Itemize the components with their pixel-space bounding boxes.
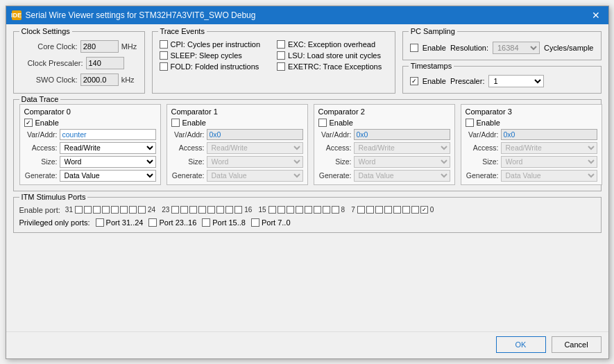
trace-exc: EXC: Exception overhead [277,40,388,49]
comp-0-access-select[interactable]: Read/Write [60,142,156,154]
comp-3-size-select[interactable]: Word [501,156,597,168]
port-25-cb[interactable] [129,206,137,214]
port-26-cb[interactable] [120,206,128,214]
port-6-cb[interactable] [366,206,374,214]
port-18-cb[interactable] [216,206,224,214]
comp-3-varaddr-input[interactable] [501,129,597,140]
port-15-cb[interactable] [268,206,276,214]
port-10-cb[interactable] [314,206,321,214]
port-2-cb[interactable] [402,206,410,214]
port-13-cb[interactable] [287,206,294,214]
swo-clock-input[interactable] [80,73,119,86]
ts-enable-checkbox[interactable] [410,77,418,85]
comp-2-enable-label: Enable [330,119,353,127]
trace-lsu: LSU: Load store unit cycles [277,51,388,60]
ts-enable-label: Enable [423,77,446,85]
port-17-cb[interactable] [225,206,233,214]
ts-prescaler-select[interactable]: 1 [488,75,544,87]
trace-exetrc: EXETRC: Trace Exceptions [277,62,388,71]
comp-1-title: Comparator 1 [171,107,303,116]
comp-1-enable-checkbox[interactable] [171,119,180,127]
trace-sleep-checkbox[interactable] [160,51,168,60]
port-14-cb[interactable] [278,206,285,214]
pc-resolution-select[interactable]: 16384 [493,42,540,54]
comp-0-generate-select[interactable]: Data Value [60,170,156,182]
trace-cpi-label: CPI: Cycles per instruction [171,40,261,49]
data-trace-section: Data Trace Comparator 0 Enable Var/Addr: [13,99,602,191]
comp-0-enable-checkbox[interactable] [24,119,33,127]
comp-0-size-label: Size: [24,157,58,166]
comp-1-generate-select[interactable]: Data Value [207,170,303,182]
port-11-cb[interactable] [305,206,312,214]
comparator-2: Comparator 2 Enable Var/Addr: Access: Re… [314,104,455,185]
port-21-cb[interactable] [189,206,197,214]
comp-2-size-select[interactable]: Word [354,156,450,168]
comp-2-access-select[interactable]: Read/Write [354,142,450,154]
priv-31-24-checkbox[interactable] [96,218,104,227]
core-clock-input[interactable] [80,40,119,53]
port-23-cb[interactable] [171,206,179,214]
priv-23-16-checkbox[interactable] [148,218,157,227]
port-22-cb[interactable] [180,206,188,214]
trace-fold: FOLD: Folded instructions [160,62,271,71]
port-0-cb[interactable] [420,206,428,214]
trace-exc-checkbox[interactable] [277,40,285,49]
clock-prescaler-input[interactable] [86,57,124,69]
comp-3-access-select[interactable]: Read/Write [501,142,597,154]
comp-1-varaddr-input[interactable] [207,129,303,140]
trace-fold-checkbox[interactable] [160,62,168,71]
port-16-cb[interactable] [234,206,242,214]
comp-0-varaddr-input[interactable] [60,129,156,140]
trace-sleep: SLEEP: Sleep cycles [160,51,271,60]
port-19-cb[interactable] [207,206,215,214]
comp-0-generate-row: Generate: Data Value [24,170,156,182]
comp-3-enable-label: Enable [477,119,500,127]
port-9-cb[interactable] [323,206,330,214]
port-8-cb[interactable] [332,206,339,214]
comp-1-enable-label: Enable [182,119,206,127]
comp-1-access-select[interactable]: Read/Write [207,142,303,154]
comp-2-varaddr-input[interactable] [354,129,450,140]
port-5-cb[interactable] [375,206,383,214]
comp-3-size-row: Size: Word [466,156,597,168]
port-4-cb[interactable] [384,206,392,214]
comp-2-generate-select[interactable]: Data Value [354,170,450,182]
port-24-cb[interactable] [138,206,146,214]
port-12-cb[interactable] [296,206,303,214]
priv-7-0-checkbox[interactable] [251,218,259,227]
comp-0-enable-label: Enable [35,119,59,127]
pc-enable-checkbox[interactable] [410,44,418,52]
ok-button[interactable]: OK [496,336,546,353]
port-num-24: 24 [148,206,155,214]
comp-2-varaddr-label: Var/Addr: [318,130,352,139]
port-20-cb[interactable] [198,206,206,214]
dialog: IDE Serial Wire Viewer settings for STM3… [6,6,609,359]
port-31-cb[interactable] [75,206,83,214]
pc-sampling-group: PC Sampling Enable Resolution: 16384 Cyc… [402,31,602,60]
comp-3-varaddr-label: Var/Addr: [466,130,499,139]
top-section: Clock Settings Core Clock: MHz Clock Pre… [13,31,602,94]
comp-0-size-select[interactable]: Word [60,156,156,168]
right-panel: PC Sampling Enable Resolution: 16384 Cyc… [402,31,602,94]
cancel-button[interactable]: Cancel [552,336,602,353]
trace-cpi-checkbox[interactable] [160,40,168,49]
port-30-cb[interactable] [84,206,92,214]
trace-exetrc-checkbox[interactable] [277,62,285,71]
port-28-cb[interactable] [102,206,110,214]
comp-2-enable-checkbox[interactable] [318,119,327,127]
port-1-cb[interactable] [411,206,419,214]
comp-3-generate-select[interactable]: Data Value [501,170,597,182]
comp-1-size-select[interactable]: Word [207,156,303,168]
comp-3-enable-checkbox[interactable] [466,119,474,127]
port-29-cb[interactable] [93,206,101,214]
close-button[interactable]: ✕ [589,8,603,22]
swo-clock-row: SWO Clock: kHz [21,73,137,86]
priv-23-16-label: Port 23..16 [159,218,196,227]
port-7-cb[interactable] [357,206,365,214]
priv-15-8-checkbox[interactable] [202,218,210,227]
trace-lsu-checkbox[interactable] [277,51,285,60]
comp-2-size-row: Size: Word [318,156,450,168]
port-3-cb[interactable] [393,206,401,214]
port-27-cb[interactable] [111,206,119,214]
priv-7-0-label: Port 7..0 [262,218,291,227]
